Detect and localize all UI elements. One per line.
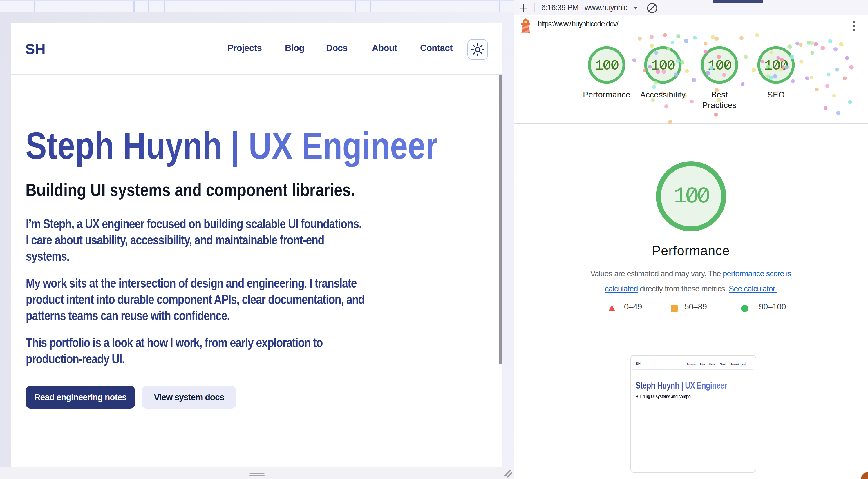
svg-text:1OO: 1OO (674, 184, 709, 209)
